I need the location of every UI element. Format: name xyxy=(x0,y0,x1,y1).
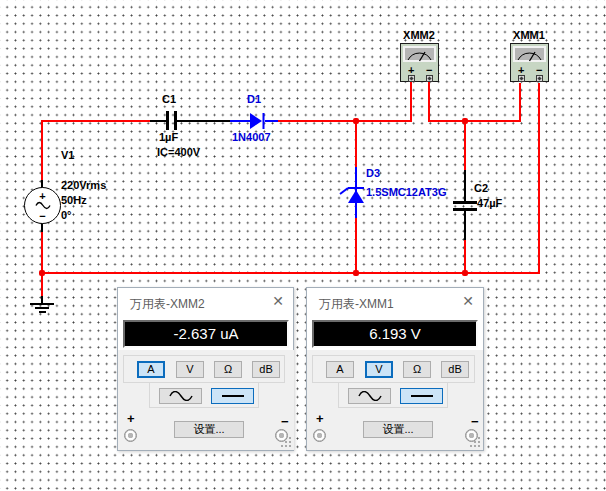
v1-value: 220Vrms xyxy=(61,179,106,191)
resize-grip[interactable] xyxy=(280,436,292,448)
voltage-mode-button[interactable]: V xyxy=(176,361,204,378)
wire-segment[interactable] xyxy=(464,170,466,202)
wire-segment[interactable] xyxy=(355,218,357,274)
close-icon[interactable]: ✕ xyxy=(462,293,474,309)
refdes-d1: D1 xyxy=(247,93,261,105)
wire-segment[interactable] xyxy=(464,240,466,274)
plus-jack xyxy=(124,429,137,442)
d3-part: 1.5SMC12AT3G xyxy=(366,186,447,198)
xmm2-reading: -2.637 uA xyxy=(125,322,287,345)
tvs-diode-d3[interactable] xyxy=(336,182,368,206)
c1-initial-condition: IC=400V xyxy=(157,146,200,158)
wire-segment[interactable] xyxy=(177,120,230,122)
wire-segment[interactable] xyxy=(278,120,412,122)
source-minus-sign: − xyxy=(25,211,60,221)
wire-segment[interactable] xyxy=(41,120,43,180)
multimeter-xmm2-icon[interactable]: + − xyxy=(400,43,439,82)
wire-segment[interactable] xyxy=(150,120,167,122)
ground-symbol[interactable] xyxy=(39,311,46,313)
xmm1-plus-pin[interactable] xyxy=(518,75,525,82)
sine-wave-icon xyxy=(168,391,194,401)
wire-segment[interactable] xyxy=(428,81,430,122)
voltage-mode-button[interactable]: V xyxy=(365,361,393,378)
diode-d1[interactable] xyxy=(249,112,267,130)
multimeter-xmm1-dialog: 万用表-XMM1 ✕ 6.193 V A V Ω dB + − 设置... xyxy=(306,287,484,451)
refdes-c1: C1 xyxy=(162,93,176,105)
xmm1-reading: 6.193 V xyxy=(314,322,476,345)
xmm2-dialog-title[interactable]: 万用表-XMM2 xyxy=(130,296,205,313)
db-mode-button[interactable]: dB xyxy=(441,361,469,378)
meter-face-icon xyxy=(513,46,546,62)
xmm1-label: XMM1 xyxy=(508,29,550,41)
wire-segment[interactable] xyxy=(230,120,250,122)
plus-jack xyxy=(313,429,326,442)
resize-grip[interactable] xyxy=(469,436,481,448)
junction-dot xyxy=(39,270,45,276)
wire-segment[interactable] xyxy=(464,210,466,240)
wire-segment[interactable] xyxy=(42,120,150,122)
ac-waveform-button[interactable] xyxy=(159,388,202,404)
junction-dot xyxy=(353,270,359,276)
xmm1-minus-terminal-label: − xyxy=(536,65,542,75)
wire-segment[interactable] xyxy=(464,120,466,170)
xmm2-plus-terminal-label: + xyxy=(408,65,414,75)
xmm1-dialog-title[interactable]: 万用表-XMM1 xyxy=(319,296,394,313)
c2-value: 47µF xyxy=(477,197,502,209)
meter-face-icon xyxy=(403,46,436,62)
c1-value: 1µF xyxy=(159,131,178,143)
refdes-v1: V1 xyxy=(61,149,74,161)
db-mode-button[interactable]: dB xyxy=(252,361,280,378)
resistance-mode-button[interactable]: Ω xyxy=(403,361,431,378)
xmm2-dialog-body: A V Ω dB + − 设置... xyxy=(118,350,294,450)
capacitor-c2[interactable] xyxy=(453,208,477,211)
junction-dot xyxy=(462,118,468,124)
xmm2-plus-pin[interactable] xyxy=(408,75,415,82)
xmm1-plus-terminal-label: + xyxy=(518,65,524,75)
settings-button[interactable]: 设置... xyxy=(174,421,244,438)
current-mode-button[interactable]: A xyxy=(137,361,165,378)
capacitor-c1[interactable] xyxy=(166,111,169,130)
refdes-c2: C2 xyxy=(474,182,488,194)
xmm1-display: 6.193 V xyxy=(312,320,478,348)
resistance-mode-button[interactable]: Ω xyxy=(214,361,242,378)
capacitor-c2[interactable] xyxy=(453,201,477,204)
wire-segment[interactable] xyxy=(519,83,521,122)
minus-jack-label: − xyxy=(471,414,479,429)
ground-symbol[interactable] xyxy=(35,307,49,309)
close-icon[interactable]: ✕ xyxy=(272,293,284,309)
wire-segment[interactable] xyxy=(538,83,540,274)
plus-jack-label: + xyxy=(127,411,135,426)
ac-waveform-button[interactable] xyxy=(348,388,391,404)
schematic-canvas: + − V1 220Vrms 50Hz 0° C1 1µF IC=400V D1… xyxy=(0,0,606,491)
multimeter-xmm1-icon[interactable]: + − xyxy=(510,43,549,82)
xmm2-minus-pin[interactable] xyxy=(426,75,433,82)
xmm1-dialog-body: A V Ω dB + − 设置... xyxy=(307,350,483,450)
dc-waveform-button[interactable] xyxy=(400,388,443,404)
wire-segment[interactable] xyxy=(355,120,357,167)
d1-part: 1N4007 xyxy=(232,131,271,143)
source-plus-sign: + xyxy=(25,191,60,201)
v1-frequency: 50Hz xyxy=(61,194,87,206)
junction-dot xyxy=(462,270,468,276)
wire-segment[interactable] xyxy=(41,223,43,232)
wire-segment[interactable] xyxy=(410,81,412,122)
xmm2-label: XMM2 xyxy=(398,29,440,41)
dc-line-icon xyxy=(411,395,433,397)
wire-segment[interactable] xyxy=(41,232,43,274)
minus-jack-label: − xyxy=(281,414,289,429)
capacitor-c1[interactable] xyxy=(174,111,177,130)
ground-symbol[interactable] xyxy=(30,303,54,305)
dc-line-icon xyxy=(222,395,244,397)
wire-segment[interactable] xyxy=(429,120,521,122)
dc-waveform-button[interactable] xyxy=(211,388,254,404)
multimeter-xmm2-dialog: 万用表-XMM2 ✕ -2.637 uA A V Ω dB + − 设置... xyxy=(117,287,294,451)
settings-button[interactable]: 设置... xyxy=(363,421,433,438)
xmm2-minus-terminal-label: − xyxy=(426,65,432,75)
xmm1-minus-pin[interactable] xyxy=(536,75,543,82)
sine-wave-icon xyxy=(35,201,51,210)
current-mode-button[interactable]: A xyxy=(326,361,354,378)
xmm2-display: -2.637 uA xyxy=(123,320,289,348)
v1-phase: 0° xyxy=(61,209,72,221)
sine-wave-icon xyxy=(357,391,383,401)
ac-voltage-source[interactable]: + − xyxy=(24,187,61,224)
